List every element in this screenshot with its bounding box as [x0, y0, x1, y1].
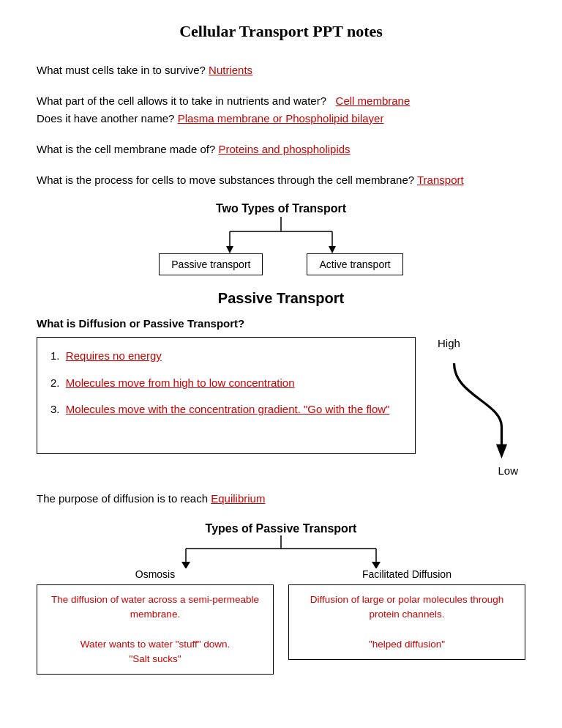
svg-marker-5	[329, 246, 336, 253]
passive-types-title: Types of Passive Transport	[206, 522, 357, 535]
diffusion-item-1: 1. Requires no energy	[50, 348, 402, 365]
transport-diagram: Two Types of Transport Passive transport…	[37, 202, 525, 275]
osmosis-box: The diffusion of water across a semi-per…	[37, 584, 274, 675]
q4-answer: Transport	[417, 174, 464, 186]
diffusion-item-3: 3. Molecules move with the concentration…	[50, 401, 402, 418]
osmosis-col: Osmosis The diffusion of water across a …	[37, 568, 274, 675]
high-label: High	[438, 337, 460, 349]
svg-marker-6	[496, 445, 507, 459]
q3-answer: Proteins and phospholipids	[218, 143, 350, 155]
diffusion-list-box: 1. Requires no energy 2. Molecules move …	[37, 337, 416, 454]
q3-text: What is the cell membrane made of?	[37, 143, 215, 155]
equilibrium-answer: Equilibrium	[211, 492, 265, 505]
osmosis-content: The diffusion of water across a semi-per…	[51, 594, 259, 664]
diffusion-area: 1. Requires no energy 2. Molecules move …	[37, 337, 525, 477]
concentration-diagram: High Low	[430, 337, 525, 477]
q4-text: What is the process for cells to move su…	[37, 174, 414, 186]
passive-branch-svg	[127, 535, 435, 568]
svg-marker-3	[226, 246, 233, 253]
diffusion-item-2: 2. Molecules move from high to low conce…	[50, 375, 402, 392]
q2b-text: Does it have another name?	[37, 112, 174, 125]
passive-transport-box: Passive transport	[159, 253, 263, 275]
facilitated-box: Diffusion of large or polar molecules th…	[288, 584, 525, 660]
active-transport-box: Active transport	[307, 253, 402, 275]
qa-cell-membrane: What part of the cell allows it to take …	[37, 92, 525, 127]
facilitated-content: Diffusion of large or polar molecules th…	[310, 594, 504, 650]
transport-boxes: Passive transport Active transport	[159, 253, 402, 275]
low-label: Low	[498, 464, 518, 477]
svg-marker-10	[181, 562, 190, 568]
q2-text: What part of the cell allows it to take …	[37, 94, 326, 107]
transport-title: Two Types of Transport	[216, 202, 346, 215]
passive-boxes-row: Osmosis The diffusion of water across a …	[37, 568, 525, 675]
q1-answer: Nutrients	[209, 64, 252, 76]
passive-transport-title: Passive Transport	[37, 290, 525, 307]
branch-lines-svg	[186, 217, 376, 253]
facilitated-col: Facilitated Diffusion Diffusion of large…	[288, 568, 525, 675]
equilibrium-block: The purpose of diffusion is to reach Equ…	[37, 490, 525, 508]
facilitated-title: Facilitated Diffusion	[362, 568, 452, 580]
passive-types-diagram: Types of Passive Transport Osmosis The d…	[37, 522, 525, 675]
osmosis-title: Osmosis	[135, 568, 175, 580]
qa-nutrients: What must cells take in to survive? Nutr…	[37, 62, 525, 79]
qa-made-of: What is the cell membrane made of? Prote…	[37, 141, 525, 158]
branch-container: Passive transport Active transport	[159, 217, 402, 275]
q1-text: What must cells take in to survive?	[37, 64, 206, 76]
what-is-diffusion-label: What is Diffusion or Passive Transport?	[37, 317, 525, 330]
q2-answer: Cell membrane	[336, 94, 411, 107]
page-title: Cellular Transport PPT notes	[37, 22, 525, 41]
qa-process: What is the process for cells to move su…	[37, 171, 525, 189]
equilibrium-text: The purpose of diffusion is to reach	[37, 492, 208, 505]
q2b-answer: Plasma membrane or Phospholipid bilayer	[178, 112, 384, 125]
svg-marker-12	[372, 562, 381, 568]
concentration-arrow-svg	[430, 352, 525, 469]
